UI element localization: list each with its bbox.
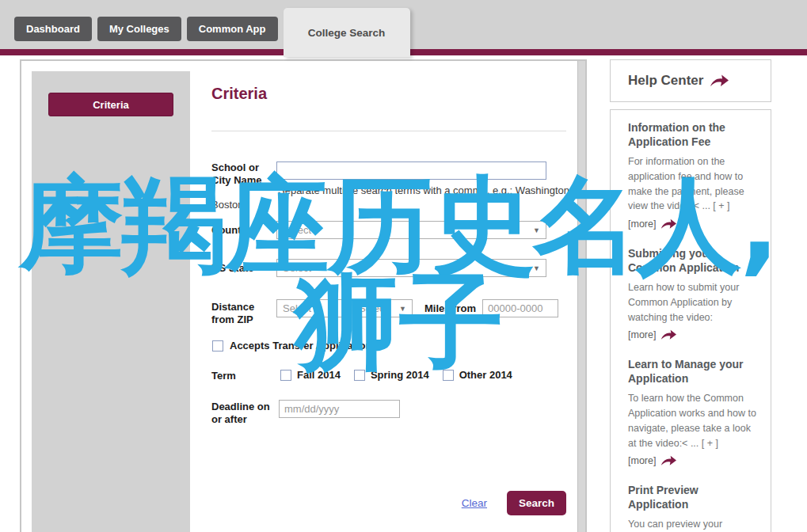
- term-option-label: Fall 2014: [297, 369, 341, 381]
- help-section-body: To learn how the Common Application work…: [628, 391, 758, 450]
- search-button[interactable]: Search: [507, 491, 566, 515]
- term-option-label: Spring 2014: [371, 369, 429, 381]
- distance-label: Distance from ZIP: [211, 301, 278, 326]
- school-city-helper-text: Separate multiple search terms with a co…: [211, 184, 576, 211]
- term-checkbox[interactable]: [354, 370, 365, 381]
- help-section: Print Preview Application You can previe…: [628, 484, 758, 532]
- arrow-swoosh-icon: [660, 329, 676, 340]
- term-options: Fall 2014 Spring 2014 Other 2014: [280, 369, 526, 381]
- country-select-value: Select: [283, 224, 311, 236]
- distance-unit-select[interactable]: Select ▼: [352, 299, 413, 317]
- help-section-body: For information on the application fee a…: [628, 154, 758, 214]
- chevron-down-icon: ▼: [533, 226, 540, 234]
- more-link[interactable]: [more]: [628, 218, 758, 230]
- school-city-input[interactable]: [276, 162, 546, 180]
- college-search-panel: Criteria Criteria School or City Name Se…: [20, 59, 587, 532]
- nav-tab[interactable]: Dashboard: [14, 17, 92, 41]
- school-city-label: School or City Name: [211, 162, 278, 187]
- help-section-heading: Submitting your Common Application: [628, 247, 758, 275]
- page-title: Criteria: [211, 85, 267, 103]
- miles-from-label: Miles from: [424, 302, 476, 314]
- accepts-transfer-checkbox[interactable]: [212, 340, 223, 352]
- distance-unit-value: Select: [359, 302, 387, 314]
- chevron-down-icon: ▼: [533, 264, 540, 272]
- help-center-header[interactable]: Help Center: [610, 59, 771, 102]
- page: Dashboard My Colleges Common App College…: [0, 0, 807, 532]
- more-link-label: [more]: [628, 329, 656, 340]
- term-checkbox[interactable]: [443, 370, 454, 381]
- chevron-down-icon: ▼: [331, 305, 338, 313]
- arrow-swoosh-icon: [660, 455, 676, 466]
- distance-select-value: Select: [283, 302, 311, 314]
- title-divider: [211, 131, 566, 131]
- vertical-scrollbar[interactable]: [577, 61, 585, 532]
- term-checkbox[interactable]: [280, 370, 291, 381]
- deadline-input[interactable]: [279, 400, 400, 418]
- country-select[interactable]: Select ▼: [276, 221, 546, 239]
- chevron-down-icon: ▼: [399, 305, 406, 313]
- help-section-heading: Print Preview Application: [628, 484, 758, 511]
- us-state-select[interactable]: Select ▼: [276, 259, 546, 277]
- more-link-label: [more]: [628, 455, 656, 466]
- nav-tab[interactable]: Common App: [187, 17, 278, 41]
- help-section-body: Learn how to submit your Common Applicat…: [628, 280, 758, 325]
- help-center-title: Help Center: [628, 73, 703, 89]
- main-nav: Dashboard My Colleges Common App College…: [14, 17, 410, 57]
- term-label: Term: [211, 370, 278, 382]
- deadline-label: Deadline on or after: [211, 401, 278, 426]
- clear-link[interactable]: Clear: [462, 497, 487, 509]
- help-section-heading: Information on the Application Fee: [628, 121, 758, 149]
- zip-code-input[interactable]: [482, 299, 558, 317]
- country-label: Country: [211, 224, 278, 237]
- arrow-swoosh-icon: [710, 74, 729, 87]
- nav-tab[interactable]: College Search: [284, 8, 410, 57]
- help-section-heading: Learn to Manage your Application: [628, 358, 758, 386]
- sidebar-item-criteria[interactable]: Criteria: [48, 93, 173, 116]
- help-section: Learn to Manage your Application To lear…: [628, 358, 758, 466]
- criteria-form: Criteria School or City Name Separate mu…: [210, 61, 577, 532]
- nav-tab[interactable]: My Colleges: [97, 17, 181, 41]
- term-option-label: Other 2014: [459, 369, 512, 381]
- accepts-transfer-label: Accepts Transfer Applications: [230, 340, 378, 352]
- more-link-label: [more]: [628, 218, 656, 230]
- us-state-label: US State: [211, 262, 278, 275]
- left-sidebar: Criteria: [32, 71, 190, 532]
- help-section: Submitting your Common Application Learn…: [628, 247, 758, 340]
- help-section-body: You can preview your application when al…: [628, 517, 758, 532]
- help-center-panel: Information on the Application Fee For i…: [610, 109, 771, 532]
- more-link[interactable]: [more]: [628, 455, 758, 466]
- us-state-select-value: Select: [283, 262, 311, 274]
- more-link[interactable]: [more]: [628, 329, 758, 340]
- arrow-swoosh-icon: [660, 218, 676, 230]
- distance-select[interactable]: Select ▼: [276, 299, 344, 317]
- help-section: Information on the Application Fee For i…: [628, 121, 758, 230]
